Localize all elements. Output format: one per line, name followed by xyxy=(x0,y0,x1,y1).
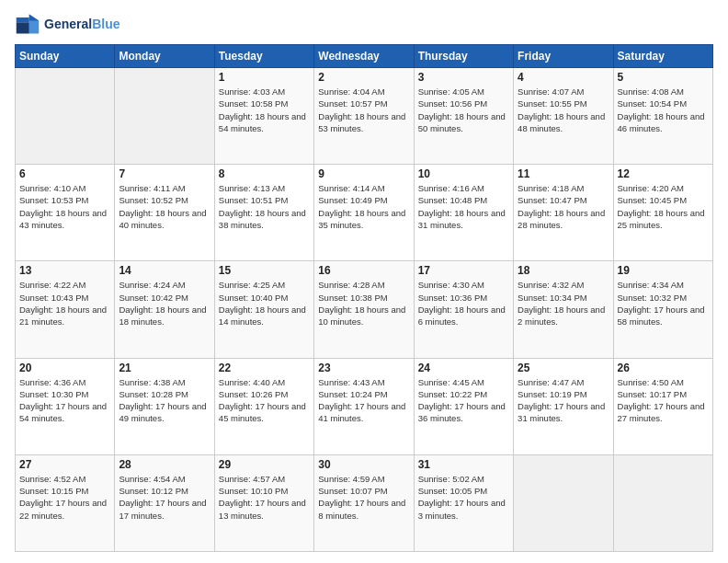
day-cell: 7Sunrise: 4:11 AMSunset: 10:52 PMDayligh… xyxy=(115,165,214,261)
day-number: 22 xyxy=(219,362,310,374)
day-cell: 14Sunrise: 4:24 AMSunset: 10:42 PMDaylig… xyxy=(115,261,214,358)
day-cell: 19Sunrise: 4:34 AMSunset: 10:32 PMDaylig… xyxy=(613,261,712,358)
day-number: 30 xyxy=(318,458,409,471)
day-number: 1 xyxy=(219,71,310,84)
day-info: Sunrise: 4:10 AMSunset: 10:53 PMDaylight… xyxy=(19,182,110,231)
week-row-2: 6Sunrise: 4:10 AMSunset: 10:53 PMDayligh… xyxy=(16,165,713,261)
day-info: Sunrise: 4:52 AMSunset: 10:15 PMDaylight… xyxy=(19,473,110,522)
day-info: Sunrise: 4:57 AMSunset: 10:10 PMDaylight… xyxy=(219,473,310,522)
day-info: Sunrise: 4:13 AMSunset: 10:51 PMDaylight… xyxy=(219,182,310,231)
day-cell: 29Sunrise: 4:57 AMSunset: 10:10 PMDaylig… xyxy=(214,454,313,551)
day-number: 2 xyxy=(318,71,409,84)
day-cell: 15Sunrise: 4:25 AMSunset: 10:40 PMDaylig… xyxy=(214,261,313,358)
day-number: 25 xyxy=(518,362,609,374)
day-info: Sunrise: 4:47 AMSunset: 10:19 PMDaylight… xyxy=(518,376,609,425)
day-cell xyxy=(613,454,712,551)
day-cell: 12Sunrise: 4:20 AMSunset: 10:45 PMDaylig… xyxy=(613,165,712,261)
week-row-3: 13Sunrise: 4:22 AMSunset: 10:43 PMDaylig… xyxy=(16,261,713,358)
day-info: Sunrise: 4:54 AMSunset: 10:12 PMDaylight… xyxy=(119,473,210,522)
day-number: 14 xyxy=(119,264,210,277)
logo: GeneralBlue xyxy=(15,11,119,37)
day-info: Sunrise: 4:22 AMSunset: 10:43 PMDaylight… xyxy=(19,279,110,327)
day-info: Sunrise: 4:08 AMSunset: 10:54 PMDaylight… xyxy=(618,86,709,134)
calendar-header: Sunday Monday Tuesday Wednesday Thursday… xyxy=(16,45,713,68)
day-cell xyxy=(115,68,214,165)
day-info: Sunrise: 4:04 AMSunset: 10:57 PMDaylight… xyxy=(318,86,409,134)
day-cell: 13Sunrise: 4:22 AMSunset: 10:43 PMDaylig… xyxy=(16,261,115,358)
logo-line1: GeneralBlue xyxy=(44,17,119,32)
day-info: Sunrise: 4:40 AMSunset: 10:26 PMDaylight… xyxy=(219,376,310,425)
week-row-5: 27Sunrise: 4:52 AMSunset: 10:15 PMDaylig… xyxy=(16,454,713,551)
day-number: 17 xyxy=(418,264,509,277)
day-cell: 23Sunrise: 4:43 AMSunset: 10:24 PMDaylig… xyxy=(314,358,414,454)
day-info: Sunrise: 4:16 AMSunset: 10:48 PMDaylight… xyxy=(418,182,509,231)
day-info: Sunrise: 4:05 AMSunset: 10:56 PMDaylight… xyxy=(418,86,509,134)
header: GeneralBlue xyxy=(15,11,713,37)
day-info: Sunrise: 4:59 AMSunset: 10:07 PMDaylight… xyxy=(318,473,409,522)
day-cell: 26Sunrise: 4:50 AMSunset: 10:17 PMDaylig… xyxy=(613,358,712,454)
day-number: 28 xyxy=(119,458,210,471)
day-cell: 6Sunrise: 4:10 AMSunset: 10:53 PMDayligh… xyxy=(16,165,115,261)
day-cell: 2Sunrise: 4:04 AMSunset: 10:57 PMDayligh… xyxy=(314,68,414,165)
day-info: Sunrise: 4:30 AMSunset: 10:36 PMDaylight… xyxy=(418,279,509,327)
day-cell: 8Sunrise: 4:13 AMSunset: 10:51 PMDayligh… xyxy=(214,165,313,261)
day-number: 20 xyxy=(19,362,110,374)
day-cell: 21Sunrise: 4:38 AMSunset: 10:28 PMDaylig… xyxy=(115,358,214,454)
page: GeneralBlue Sunday Monday Tuesday Wednes… xyxy=(0,0,728,563)
day-info: Sunrise: 4:28 AMSunset: 10:38 PMDaylight… xyxy=(318,279,409,327)
day-cell: 20Sunrise: 4:36 AMSunset: 10:30 PMDaylig… xyxy=(16,358,115,454)
day-cell: 4Sunrise: 4:07 AMSunset: 10:55 PMDayligh… xyxy=(514,68,613,165)
day-cell: 16Sunrise: 4:28 AMSunset: 10:38 PMDaylig… xyxy=(314,261,414,358)
header-row: Sunday Monday Tuesday Wednesday Thursday… xyxy=(16,45,713,68)
day-info: Sunrise: 4:07 AMSunset: 10:55 PMDaylight… xyxy=(518,86,609,134)
day-info: Sunrise: 4:14 AMSunset: 10:49 PMDaylight… xyxy=(318,182,409,231)
calendar-table: Sunday Monday Tuesday Wednesday Thursday… xyxy=(15,44,713,552)
col-saturday: Saturday xyxy=(613,45,712,68)
day-number: 10 xyxy=(418,167,509,180)
day-number: 15 xyxy=(219,264,310,277)
col-monday: Monday xyxy=(115,45,214,68)
day-cell: 17Sunrise: 4:30 AMSunset: 10:36 PMDaylig… xyxy=(414,261,513,358)
col-tuesday: Tuesday xyxy=(214,45,313,68)
day-number: 18 xyxy=(518,264,609,277)
day-number: 26 xyxy=(618,362,709,374)
day-cell: 31Sunrise: 5:02 AMSunset: 10:05 PMDaylig… xyxy=(414,454,513,551)
day-cell: 24Sunrise: 4:45 AMSunset: 10:22 PMDaylig… xyxy=(414,358,513,454)
day-info: Sunrise: 4:34 AMSunset: 10:32 PMDaylight… xyxy=(618,279,709,327)
day-number: 23 xyxy=(318,362,409,374)
day-cell: 10Sunrise: 4:16 AMSunset: 10:48 PMDaylig… xyxy=(414,165,513,261)
col-thursday: Thursday xyxy=(414,45,513,68)
day-number: 4 xyxy=(518,71,609,84)
logo-text: GeneralBlue xyxy=(44,17,119,32)
day-cell: 25Sunrise: 4:47 AMSunset: 10:19 PMDaylig… xyxy=(514,358,613,454)
day-info: Sunrise: 4:50 AMSunset: 10:17 PMDaylight… xyxy=(618,376,709,425)
day-info: Sunrise: 4:03 AMSunset: 10:58 PMDaylight… xyxy=(219,86,310,134)
day-number: 3 xyxy=(418,71,509,84)
day-cell: 1Sunrise: 4:03 AMSunset: 10:58 PMDayligh… xyxy=(214,68,313,165)
day-info: Sunrise: 4:20 AMSunset: 10:45 PMDaylight… xyxy=(618,182,709,231)
col-sunday: Sunday xyxy=(16,45,115,68)
day-number: 29 xyxy=(219,458,310,471)
day-info: Sunrise: 4:25 AMSunset: 10:40 PMDaylight… xyxy=(219,279,310,327)
day-number: 21 xyxy=(119,362,210,374)
day-number: 31 xyxy=(418,458,509,471)
day-cell: 22Sunrise: 4:40 AMSunset: 10:26 PMDaylig… xyxy=(214,358,313,454)
day-cell: 18Sunrise: 4:32 AMSunset: 10:34 PMDaylig… xyxy=(514,261,613,358)
day-info: Sunrise: 4:11 AMSunset: 10:52 PMDaylight… xyxy=(119,182,210,231)
day-number: 13 xyxy=(19,264,110,277)
day-number: 24 xyxy=(418,362,509,374)
week-row-4: 20Sunrise: 4:36 AMSunset: 10:30 PMDaylig… xyxy=(16,358,713,454)
day-info: Sunrise: 4:43 AMSunset: 10:24 PMDaylight… xyxy=(318,376,409,425)
day-cell: 27Sunrise: 4:52 AMSunset: 10:15 PMDaylig… xyxy=(16,454,115,551)
day-cell xyxy=(514,454,613,551)
day-number: 12 xyxy=(618,167,709,180)
day-number: 27 xyxy=(19,458,110,471)
svg-rect-4 xyxy=(17,17,29,22)
svg-rect-3 xyxy=(17,22,29,33)
day-info: Sunrise: 4:32 AMSunset: 10:34 PMDaylight… xyxy=(518,279,609,327)
day-cell: 9Sunrise: 4:14 AMSunset: 10:49 PMDayligh… xyxy=(314,165,414,261)
day-cell: 3Sunrise: 4:05 AMSunset: 10:56 PMDayligh… xyxy=(414,68,513,165)
day-number: 8 xyxy=(219,167,310,180)
week-row-1: 1Sunrise: 4:03 AMSunset: 10:58 PMDayligh… xyxy=(16,68,713,165)
calendar-body: 1Sunrise: 4:03 AMSunset: 10:58 PMDayligh… xyxy=(16,68,713,552)
